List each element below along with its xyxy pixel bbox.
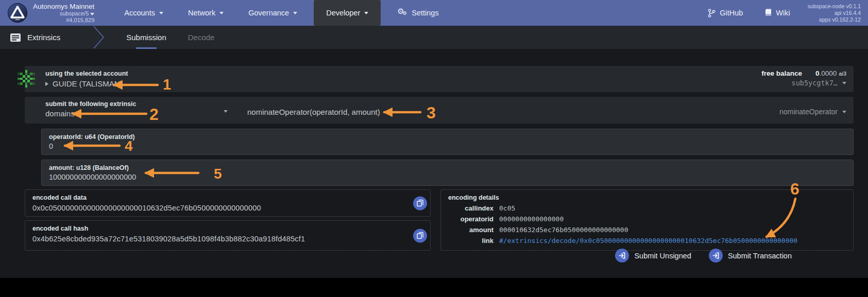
menu-governance[interactable]: Governance — [236, 0, 310, 26]
section-select-value[interactable]: domains — [45, 109, 136, 118]
method-select[interactable]: nominateOperator — [779, 108, 846, 116]
wiki-link[interactable]: Wiki — [756, 9, 798, 17]
menu-network-label: Network — [188, 9, 215, 17]
balance-unit: ai3 — [839, 71, 846, 77]
account-select-label: using the selected account — [45, 70, 128, 77]
detail-row-callindex: callindex 0c05 — [448, 204, 846, 212]
github-link[interactable]: GitHub — [700, 9, 751, 18]
detail-label: operatorid — [448, 215, 493, 223]
network-title: Autonomys Mainnet — [33, 3, 94, 10]
sign-in-icon — [709, 249, 723, 263]
extrinsic-select-label: submit the following extrinsic — [45, 100, 136, 108]
account-identicon — [18, 70, 35, 88]
copy-call-data-button[interactable] — [413, 196, 427, 210]
detail-value: 0000000000000000 — [499, 215, 564, 223]
top-navbar: Autonomys Mainnet subspace/5 #4,015,829 … — [0, 0, 868, 26]
method-signature[interactable]: nominateOperator(operatorId, amount) — [247, 108, 380, 116]
encoded-call-data-box: encoded call data 0x0c050000000000000000… — [25, 189, 431, 217]
sign-in-icon — [615, 249, 629, 263]
bottom-black-strip — [0, 278, 868, 297]
account-address: sub5ycgtk7… — [792, 79, 838, 87]
account-select[interactable]: using the selected account GUIDE (TALISM… — [25, 66, 854, 92]
chevron-down-icon — [219, 12, 224, 14]
menu-settings[interactable]: ⚙ ⚙ Settings — [385, 0, 451, 26]
expander-right-icon[interactable] — [45, 82, 48, 86]
chevron-down-icon — [364, 12, 368, 14]
extrinsics-icon — [10, 33, 21, 42]
section-title: Extrinsics — [27, 33, 60, 42]
encoded-column: encoded call data 0x0c050000000000000000… — [25, 189, 431, 251]
method-select-value: nominateOperator — [779, 108, 838, 116]
git-fork-icon — [708, 9, 716, 18]
api-version: api v16.4.4 — [808, 10, 861, 16]
param-amount-label: amount: u128 (BalanceOf) — [49, 164, 853, 171]
menu-governance-label: Governance — [248, 9, 289, 17]
balance-whole: 0 — [815, 69, 820, 77]
apps-version: apps v0.162.2-12 — [808, 16, 861, 23]
account-select-left: using the selected account GUIDE (TALISM… — [45, 70, 128, 88]
section-select[interactable]: submit the following extrinsic domains — [45, 100, 136, 118]
main-content: using the selected account GUIDE (TALISM… — [0, 49, 868, 297]
detail-row-operatorid: operatorid 0000000000000000 — [448, 215, 846, 223]
param-amount-input[interactable]: 100000000000000000000 — [49, 173, 853, 181]
account-balance-block: free balance0.0000ai3 sub5ycgtk7… — [761, 69, 846, 87]
chevron-down-icon — [842, 111, 846, 113]
wiki-label: Wiki — [776, 9, 790, 17]
detail-row-amount: amount 000010632d5ec76b0500000000000000 — [448, 226, 846, 234]
tab-bar: Extrinsics Submission Decode — [0, 26, 868, 49]
param-operatorid: operatorId: u64 (OperatorId) 0 — [41, 129, 854, 155]
menu-settings-label: Settings — [412, 9, 438, 17]
tab-decode-label: Decode — [188, 33, 215, 42]
encoding-details-box: encoding details callindex 0c05 operator… — [440, 189, 854, 251]
param-operatorid-label: operatorId: u64 (OperatorId) — [49, 133, 853, 141]
chevron-down-icon — [159, 12, 163, 14]
menu-accounts[interactable]: Accounts — [112, 0, 176, 26]
autonomys-logo-icon[interactable] — [7, 3, 28, 23]
encoded-call-hash-box: encoded call hash 0x4b625e8cbded935a72c7… — [25, 220, 431, 251]
chevron-down-icon — [90, 13, 94, 15]
node-version: subspace-node v0.1.1 — [808, 3, 861, 10]
brand-block: Autonomys Mainnet subspace/5 #4,015,829 — [33, 3, 94, 23]
param-operatorid-input[interactable]: 0 — [49, 142, 853, 150]
book-icon — [764, 9, 772, 17]
copy-icon — [417, 232, 423, 239]
chevron-down-icon[interactable] — [842, 82, 846, 84]
copy-call-hash-button[interactable] — [413, 229, 427, 242]
menu-accounts-label: Accounts — [124, 9, 155, 17]
submit-transaction-label: Submit Transaction — [728, 252, 792, 260]
tab-decode[interactable]: Decode — [188, 26, 215, 49]
decode-link[interactable]: #/extrinsics/decode/0x0c0500000000000000… — [499, 237, 797, 244]
tab-submission-label: Submission — [126, 33, 166, 42]
extrinsic-select-row: submit the following extrinsic domains n… — [25, 97, 854, 124]
external-links: GitHub Wiki — [700, 9, 798, 18]
main-menu: Accounts Network Governance Developer ⚙ … — [112, 0, 451, 26]
encoded-call-hash-label: encoded call hash — [32, 225, 405, 232]
chain-selector[interactable]: subspace/5 — [33, 10, 94, 16]
chevron-down-icon[interactable] — [224, 110, 228, 113]
encoded-call-data-value: 0x0c050000000000000000000010632d5ec76b05… — [32, 204, 405, 212]
submit-transaction-button[interactable]: Submit Transaction — [709, 249, 792, 263]
detail-label: amount — [448, 226, 493, 234]
menu-developer-label: Developer — [326, 9, 360, 17]
account-name[interactable]: GUIDE (TALISMAN) — [53, 79, 123, 88]
encoding-details-label: encoding details — [448, 194, 846, 201]
github-label: GitHub — [720, 9, 743, 17]
tab-submission[interactable]: Submission — [126, 26, 166, 49]
extrinsics-page: Autonomys Mainnet subspace/5 #4,015,829 … — [0, 0, 868, 297]
chevron-down-icon — [293, 12, 297, 14]
submit-unsigned-label: Submit Unsigned — [634, 252, 691, 260]
param-amount: amount: u128 (BalanceOf) 100000000000000… — [41, 160, 854, 186]
submit-unsigned-button[interactable]: Submit Unsigned — [615, 249, 691, 263]
submit-actions: Submit Unsigned Submit Transaction — [615, 249, 792, 263]
menu-network[interactable]: Network — [176, 0, 236, 26]
version-info: subspace-node v0.1.1 api v16.4.4 apps v0… — [808, 3, 861, 23]
free-balance-label: free balance — [761, 69, 802, 77]
encoded-call-hash-value: 0x4b625e8cbded935a72c71e5318039028a5d5b1… — [32, 235, 405, 243]
detail-label: link — [448, 237, 493, 244]
breadcrumb-chevron — [92, 26, 106, 49]
menu-developer[interactable]: Developer — [314, 0, 381, 26]
best-block-number: #4,015,829 — [33, 17, 94, 23]
copy-icon — [417, 200, 423, 207]
gear-icon: ⚙ ⚙ — [397, 8, 407, 18]
balance-decimals: .0000 — [820, 69, 837, 77]
